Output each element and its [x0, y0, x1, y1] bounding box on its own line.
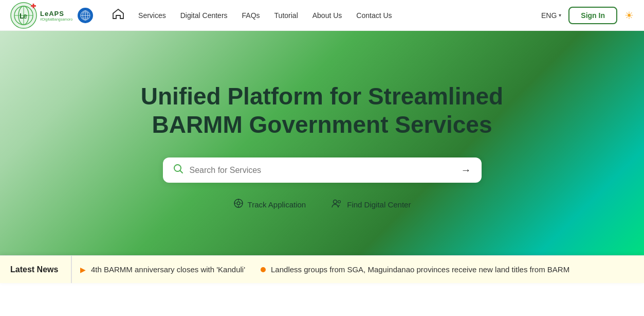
- track-icon: [233, 198, 244, 211]
- track-application-label: Track Application: [248, 200, 306, 209]
- nav-links: Services Digital Centers FAQs Tutorial A…: [138, 11, 527, 20]
- un-logo: [78, 8, 93, 23]
- hero-title: Unified Platform for Streamlined BARMM G…: [141, 82, 503, 139]
- news-ticker: Latest News ▶ 4th BARMM anniversary clos…: [0, 255, 644, 283]
- lang-text: ENG: [541, 11, 557, 20]
- svg-rect-8: [33, 4, 34, 8]
- home-icon[interactable]: [113, 9, 124, 22]
- nav-about-us[interactable]: About Us: [312, 11, 342, 20]
- leaps-logo: L e: [10, 2, 37, 29]
- navbar: L e LeAPS #DigitalBangsamoro: [0, 0, 644, 31]
- theme-toggle-icon[interactable]: ☀: [624, 9, 634, 22]
- nav-right: ENG ▾ Sign In ☀: [541, 7, 634, 24]
- svg-point-24: [338, 201, 341, 203]
- hero-section: Unified Platform for Streamlined BARMM G…: [0, 31, 644, 283]
- search-input[interactable]: [190, 166, 455, 175]
- news-bullet-icon-2: [261, 267, 266, 272]
- news-item-1: ▶ 4th BARMM anniversary closes with 'Kan…: [80, 265, 245, 274]
- hero-actions: Track Application Find Digital Center: [233, 198, 411, 211]
- lang-dropdown-icon: ▾: [559, 12, 561, 18]
- nav-contact-us[interactable]: Contact Us: [356, 11, 392, 20]
- search-icon: [173, 164, 183, 177]
- logo-area: L e LeAPS #DigitalBangsamoro: [10, 2, 93, 29]
- nav-services[interactable]: Services: [138, 11, 166, 20]
- news-text-2: Landless groups from SGA, Maguindanao pr…: [271, 265, 569, 274]
- news-items: ▶ 4th BARMM anniversary closes with 'Kan…: [72, 265, 644, 274]
- leaps-tagline: #DigitalBangsamoro: [40, 17, 72, 21]
- news-item-2: Landless groups from SGA, Maguindanao pr…: [261, 265, 569, 274]
- search-bar: →: [163, 157, 482, 183]
- news-text-1: 4th BARMM anniversary closes with 'Kandu…: [91, 265, 245, 274]
- find-digital-center-label: Find Digital Center: [347, 200, 411, 209]
- leaps-text: LeAPS #DigitalBangsamoro: [40, 10, 72, 21]
- language-selector[interactable]: ENG ▾: [541, 11, 561, 20]
- nav-digital-centers[interactable]: Digital Centers: [180, 11, 228, 20]
- find-icon: [332, 198, 343, 211]
- nav-tutorial[interactable]: Tutorial: [274, 11, 298, 20]
- news-separator: [245, 265, 261, 274]
- svg-point-23: [334, 200, 337, 204]
- find-digital-center-link[interactable]: Find Digital Center: [332, 198, 411, 211]
- news-arrow-icon-1: ▶: [80, 266, 86, 274]
- search-submit-icon[interactable]: →: [461, 164, 471, 176]
- nav-faqs[interactable]: FAQs: [242, 11, 260, 20]
- svg-text:e: e: [23, 12, 27, 20]
- svg-point-18: [237, 202, 240, 205]
- leaps-brand: LeAPS: [40, 10, 64, 17]
- sign-in-button[interactable]: Sign In: [568, 7, 617, 24]
- news-label: Latest News: [0, 256, 72, 283]
- track-application-link[interactable]: Track Application: [233, 198, 306, 211]
